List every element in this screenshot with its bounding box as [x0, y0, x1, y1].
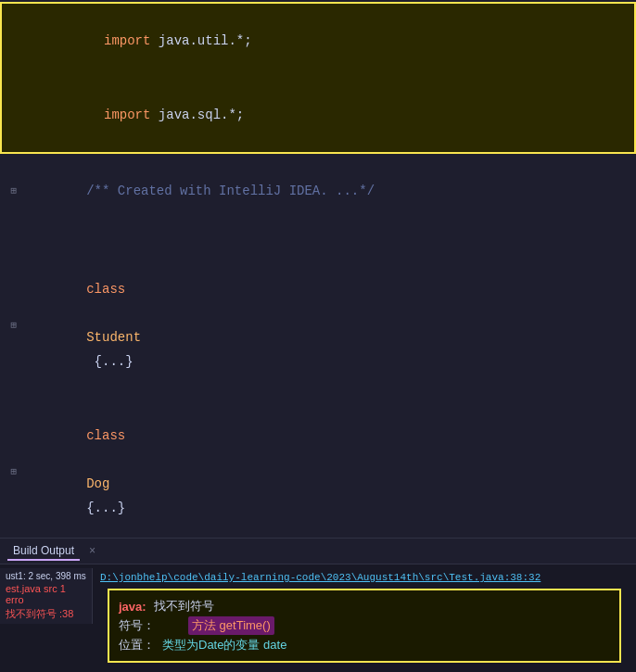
comment-text: /** Created with IntelliJ IDEA. ...*/ — [86, 184, 375, 198]
fold-icon-5[interactable]: ⊞ — [10, 321, 17, 331]
line-content-4 — [20, 228, 636, 252]
error-title-line: java: 找不到符号 — [119, 598, 610, 615]
kw-import: import — [104, 33, 150, 48]
fold-icon-3[interactable]: ⊞ — [10, 186, 17, 197]
code-line-6: ⊞ class Dog {...} — [0, 399, 636, 538]
tab-build-output[interactable]: Build Output — [7, 542, 80, 561]
line-content-1: import java.util.*; — [22, 5, 634, 77]
line-content-3: /** Created with IntelliJ IDEA. ...*/ — [20, 155, 636, 227]
gutter-6: ⊞ — [0, 467, 20, 477]
left-item-3: 找不到符号 :38 — [6, 606, 86, 622]
java-label: java: — [119, 600, 146, 614]
editor-area: import java.util.*; import java.sql.*; ⊞… — [0, 0, 636, 538]
left-item-2: est.java src 1 erro — [6, 582, 86, 606]
space-2 — [86, 452, 94, 467]
tab-close-button[interactable]: × — [89, 545, 95, 558]
line-content-2: import java.sql.*; — [22, 79, 634, 151]
gutter-3: ⊞ — [0, 186, 20, 197]
code-line-3: ⊞ /** Created with IntelliJ IDEA. ...*/ — [0, 154, 636, 228]
bottom-panel: Build Output × ust1: 2 sec, 398 ms est.j… — [0, 538, 636, 672]
line-content-5: class Student {...} — [20, 253, 636, 398]
location-value: 类型为Date的变量 date — [162, 637, 286, 653]
kw-import-2: import — [104, 108, 150, 122]
fold-icon-6[interactable]: ⊞ — [10, 467, 17, 477]
import-path-2: java.sql.*; — [150, 108, 244, 122]
error-title-text: 找不到符号 — [154, 598, 214, 615]
code-line-5: ⊞ class Student {...} — [0, 252, 636, 399]
class-name-student: Student — [86, 330, 141, 345]
gutter-5: ⊞ — [0, 321, 20, 331]
kw-class-2: class — [86, 428, 125, 443]
code-line-4 — [0, 228, 636, 252]
location-label: 位置： — [119, 637, 155, 653]
brace-dog: {...} — [86, 501, 125, 515]
panel-left-column: ust1: 2 sec, 398 ms est.java src 1 erro … — [0, 568, 93, 624]
brace-student: {...} — [86, 354, 133, 369]
class-name-dog: Dog — [86, 476, 109, 491]
error-path: D:\jonbhelp\code\daily-learning-code\202… — [100, 570, 629, 585]
panel-tabs: Build Output × — [0, 539, 636, 564]
panel-main-row: ust1: 2 sec, 398 ms est.java src 1 erro … — [0, 568, 636, 668]
error-box: java: 找不到符号 符号： 方法 getTime() 位置： 类型为Date… — [108, 589, 621, 663]
symbol-value: 方法 getTime() — [188, 616, 274, 635]
import-block: import java.util.*; import java.sql.*; — [0, 2, 636, 154]
line-content-6: class Dog {...} — [20, 399, 636, 538]
code-container: import java.util.*; import java.sql.*; ⊞… — [0, 2, 636, 538]
symbol-label: 符号： — [119, 617, 155, 634]
code-line-2: import java.sql.*; — [2, 78, 634, 152]
error-location-line: 位置： 类型为Date的变量 date — [119, 637, 610, 653]
panel-right-column: D:\jonbhelp\code\daily-learning-code\202… — [93, 568, 636, 668]
panel-content: ust1: 2 sec, 398 ms est.java src 1 erro … — [0, 564, 636, 672]
left-item-1: ust1: 2 sec, 398 ms — [6, 570, 86, 582]
file-link[interactable]: D:\jonbhelp\code\daily-learning-code\202… — [100, 572, 541, 583]
space-1 — [86, 306, 94, 321]
code-line-1: import java.util.*; — [2, 4, 634, 78]
kw-class-1: class — [86, 282, 125, 297]
import-path-1: java.util.*; — [150, 33, 251, 48]
error-symbol-line: 符号： 方法 getTime() — [119, 616, 610, 635]
